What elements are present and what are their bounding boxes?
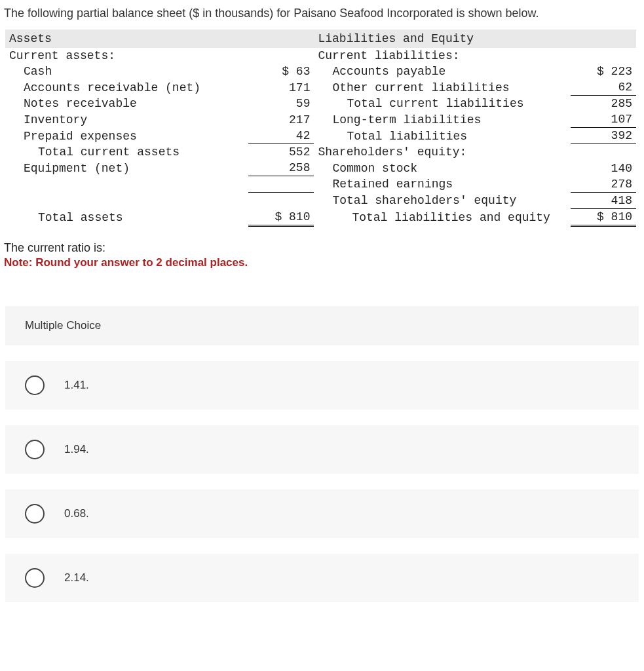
balance-sheet-header-row: Assets Liabilities and Equity	[5, 29, 636, 48]
accounts-payable-amount: $ 223	[571, 64, 636, 79]
cs-amount: 140	[571, 160, 636, 176]
option-b[interactable]: 1.94.	[5, 425, 639, 474]
multiple-choice-block: Multiple Choice 1.41. 1.94. 0.68. 2.14.	[5, 306, 639, 602]
tse-amount: 418	[571, 192, 636, 208]
tl-amount: 392	[571, 128, 636, 144]
ar-label: Accounts receivable (net)	[5, 79, 248, 96]
tcl-label: Total current liabilities	[314, 96, 570, 112]
option-a-label: 1.41.	[64, 379, 89, 392]
current-liabilities-title: Current liabilities:	[314, 48, 636, 64]
ocl-amount: 62	[571, 79, 636, 96]
inv-label: Inventory	[5, 111, 248, 128]
option-d-label: 2.14.	[64, 571, 89, 585]
radio-icon	[25, 504, 45, 524]
nr-amount: 59	[248, 96, 314, 112]
ocl-label: Other current liabilities	[314, 79, 570, 96]
tca-label: Total current assets	[5, 144, 248, 161]
blank-label-1	[5, 176, 248, 193]
radio-icon	[25, 375, 45, 395]
page: The following partial balance sheet ($ i…	[0, 0, 644, 628]
question-text: The current ratio is:	[0, 227, 644, 255]
inv-amount: 217	[248, 111, 314, 128]
tl-label: Total liabilities	[314, 128, 570, 144]
intro-text: The following partial balance sheet ($ i…	[0, 7, 644, 29]
assets-header: Assets	[5, 29, 314, 48]
rounding-note: Note: Round your answer to 2 decimal pla…	[0, 255, 644, 269]
cash-label: Cash	[5, 64, 248, 79]
blank-amount-2	[248, 176, 314, 193]
ar-amount: 171	[248, 79, 314, 96]
pp-amount: 42	[248, 128, 314, 144]
radio-icon	[25, 440, 45, 459]
current-assets-title: Current assets:	[5, 48, 314, 64]
blank-label-2	[5, 192, 248, 208]
cs-label: Common stock	[314, 160, 570, 176]
multiple-choice-heading: Multiple Choice	[5, 306, 639, 345]
accounts-payable-label: Accounts payable	[314, 64, 570, 79]
radio-icon	[25, 568, 45, 588]
ltl-amount: 107	[571, 111, 636, 128]
option-c-label: 0.68.	[64, 507, 89, 520]
se-title: Shareholders' equity:	[314, 144, 570, 161]
option-d[interactable]: 2.14.	[5, 554, 639, 602]
tcl-amount: 285	[571, 96, 636, 112]
tca-amount: 552	[248, 144, 314, 161]
ta-amount: $ 810	[248, 208, 314, 225]
re-amount: 278	[571, 176, 636, 193]
pp-label: Prepaid expenses	[5, 128, 248, 144]
cash-amount: $ 63	[248, 64, 314, 79]
nr-label: Notes receivable	[5, 96, 248, 112]
eq-amount: 258	[248, 160, 314, 176]
ta-label: Total assets	[5, 208, 248, 225]
tse-label: Total shareholders' equity	[314, 192, 570, 208]
option-a[interactable]: 1.41.	[5, 361, 639, 410]
eq-label: Equipment (net)	[5, 160, 248, 176]
blank-amount-3	[248, 192, 314, 208]
liab-equity-header: Liabilities and Equity	[314, 29, 636, 48]
re-label: Retained earnings	[314, 176, 570, 193]
balance-sheet-table: Assets Liabilities and Equity Current as…	[5, 29, 636, 227]
tle-amount: $ 810	[571, 208, 636, 225]
option-b-label: 1.94.	[64, 443, 89, 456]
ltl-label: Long-term liabilities	[314, 111, 570, 128]
tle-label: Total liabilities and equity	[314, 208, 570, 225]
option-c[interactable]: 0.68.	[5, 489, 639, 538]
blank-amount-1	[571, 144, 636, 161]
